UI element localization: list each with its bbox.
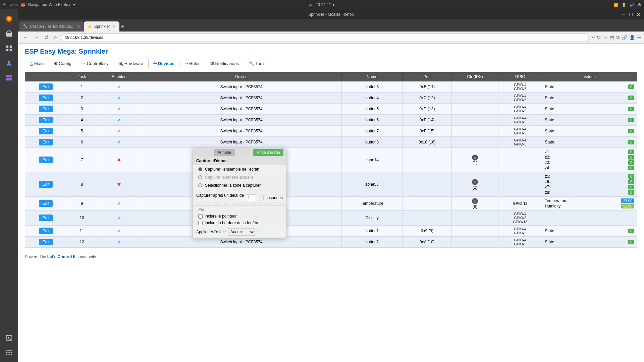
sidebar-terminal[interactable] xyxy=(2,331,16,345)
home-button[interactable]: ⌂ xyxy=(52,34,59,41)
gpio-pins: GPIO-4GPIO-5GPIO-13 xyxy=(498,210,542,226)
close-button[interactable]: ✕ xyxy=(635,11,641,17)
device-name: button4 xyxy=(341,93,402,104)
sidebar-extensions[interactable] xyxy=(2,71,16,84)
dropdown-icon[interactable]: ▾ xyxy=(73,2,75,7)
sidebar-firefox[interactable] xyxy=(2,12,16,25)
value-badge: 0 xyxy=(628,185,634,189)
overlay-window[interactable]: Capturer la fenêtre actuelle xyxy=(193,173,286,181)
svg-rect-2 xyxy=(6,33,12,37)
edit-button[interactable]: Edit xyxy=(39,106,53,112)
tab-manager-button[interactable]: ⧉ xyxy=(616,35,620,40)
sidebar-person[interactable] xyxy=(2,56,16,70)
overlay-press-button[interactable]: Prise d'écran xyxy=(253,149,283,156)
tab-rules[interactable]: ⇒Rules xyxy=(179,59,205,68)
device-values: State:0 xyxy=(542,126,637,137)
tab-close-2[interactable]: ✕ xyxy=(112,24,116,29)
tab-devices[interactable]: ✏Devices xyxy=(148,59,179,68)
hamburger-button[interactable]: ☰ xyxy=(637,35,641,40)
refresh-button[interactable]: ↺ xyxy=(42,34,51,41)
ctr-idx xyxy=(452,137,498,148)
include-border-checkbox[interactable] xyxy=(198,221,203,225)
sidebar-toggle-button[interactable]: ⊟ xyxy=(610,35,614,40)
x-icon: ✖ xyxy=(117,157,121,163)
new-tab-button[interactable]: + xyxy=(121,21,125,32)
back-button[interactable]: ← xyxy=(21,34,30,41)
tab-config[interactable]: ⚙Config xyxy=(49,59,76,68)
svg-point-20 xyxy=(8,354,10,356)
device-name: button2 xyxy=(341,237,402,248)
include-pointer-row[interactable]: Inclure le pointeur xyxy=(193,213,286,220)
overlay-cancel-button[interactable]: Annuler xyxy=(214,149,234,156)
app-name[interactable]: Navigateur Web Firefox xyxy=(28,2,70,7)
radio-window[interactable] xyxy=(198,175,202,179)
screenshot-overlay: Annuler Prise d'écran Capture d'écran Ca… xyxy=(193,147,286,238)
device-port xyxy=(402,197,451,210)
overlay-select-area[interactable]: Sélectionner la zone à capturer xyxy=(193,181,286,189)
edit-button[interactable]: Edit xyxy=(39,157,53,163)
sync-button[interactable]: 🔗 xyxy=(622,35,627,40)
edit-button[interactable]: Edit xyxy=(39,117,53,123)
forward-button[interactable]: → xyxy=(32,34,41,41)
enabled-status: ✔ xyxy=(97,93,141,104)
edit-button[interactable]: Edit xyxy=(39,95,53,101)
enabled-status: ✔ xyxy=(97,210,141,226)
value-badge: 0 xyxy=(628,240,634,244)
gpio-pins: GPIO-12 xyxy=(498,197,542,210)
table-row: Edit8✖Generic - Dummy Devicezone58ℹ(2)z5… xyxy=(25,172,637,197)
edit-button[interactable]: Edit xyxy=(39,181,53,188)
address-bar[interactable] xyxy=(61,33,589,42)
device-values: Temperature:23.00Humidity:52.00 xyxy=(542,197,637,210)
include-pointer-checkbox[interactable] xyxy=(198,214,203,219)
value-line: State:0 xyxy=(545,84,634,89)
svg-point-19 xyxy=(6,354,8,356)
edit-button[interactable]: Edit xyxy=(39,215,53,221)
overlay-full-screen[interactable]: Capturer l'ensemble de l'écran xyxy=(193,165,286,173)
edit-button[interactable]: Edit xyxy=(39,139,53,145)
bookmark-button[interactable]: ☆ xyxy=(604,35,608,40)
value-line: Humidity:52.00 xyxy=(545,203,634,209)
ctr-idx xyxy=(452,210,498,226)
footer-link[interactable]: Let's Control It xyxy=(47,254,75,259)
delay-plus-button[interactable]: + xyxy=(258,195,263,200)
power-icon[interactable]: ⏻ xyxy=(638,3,641,7)
device-port: 0xD (13) xyxy=(402,104,451,115)
tab-sprinkler[interactable]: ⚡ Sprinkler ✕ xyxy=(84,21,119,32)
edit-button[interactable]: Edit xyxy=(39,128,53,134)
tab-close-1[interactable]: ✕ xyxy=(76,24,80,29)
minimize-button[interactable]: − xyxy=(621,11,627,17)
edit-button[interactable]: Edit xyxy=(39,228,53,234)
activities-label[interactable]: Activités xyxy=(3,2,18,7)
profile-button[interactable]: 👤 xyxy=(629,35,635,40)
tab-create-rules[interactable]: 🔧 Create rules for 8 butto... ✕ xyxy=(19,21,84,32)
tab-notifications[interactable]: ✉Notifications xyxy=(205,59,244,68)
value-line: Temperature:23.00 xyxy=(545,198,634,203)
task-number: 6 xyxy=(67,137,97,148)
radio-full[interactable] xyxy=(198,167,202,171)
tab-tools[interactable]: 🔧Tools xyxy=(244,59,270,68)
effect-select[interactable]: Aucun xyxy=(228,228,255,236)
overlay-delay-row: Capturer après un délai de : + secondes xyxy=(193,191,286,204)
tab-controllers[interactable]: ↔Controllers xyxy=(76,59,113,68)
radio-select[interactable] xyxy=(198,183,202,187)
sidebar-grid[interactable] xyxy=(2,42,16,55)
tab-hardware[interactable]: 🔌Hardware xyxy=(113,59,148,68)
col-port: Port xyxy=(402,72,451,81)
include-border-row[interactable]: Inclure la bordure de la fenêtre xyxy=(193,220,286,226)
sidebar-apps[interactable] xyxy=(2,346,16,359)
more-options-button[interactable]: ⋯ xyxy=(590,35,595,40)
enabled-status: ✔ xyxy=(97,197,141,210)
shield-button[interactable]: 🛡 xyxy=(597,35,602,40)
edit-button[interactable]: Edit xyxy=(39,83,53,90)
value-badge: 0 xyxy=(628,129,634,133)
sidebar-home[interactable] xyxy=(2,27,16,40)
check-icon: ✔ xyxy=(117,84,121,89)
window-controls[interactable]: − □ ✕ xyxy=(621,11,641,17)
maximize-button[interactable]: □ xyxy=(628,11,634,17)
table-row: Edit6✔Switch input - PCF8574button80x10 … xyxy=(25,137,637,148)
edit-button[interactable]: Edit xyxy=(39,239,53,245)
check-icon: ✔ xyxy=(117,228,121,234)
edit-button[interactable]: Edit xyxy=(39,200,53,207)
tab-main[interactable]: △Main xyxy=(25,59,49,68)
delay-input[interactable] xyxy=(246,194,256,201)
